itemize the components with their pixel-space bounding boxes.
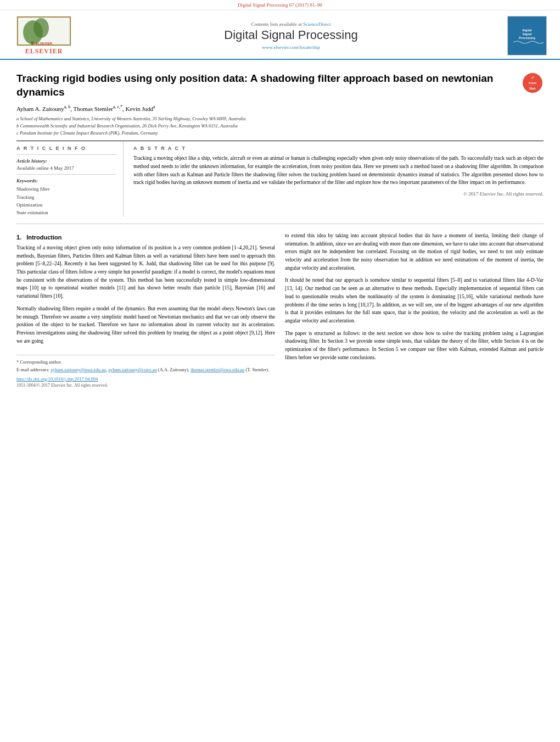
affil-row-b: b Commonwealth Scientific and Industrial… (16, 122, 516, 130)
doi-line: http://dx.doi.org/10.1016/j.dsp.2017.04.… (16, 376, 275, 382)
elsevier-logo-section: ELSEVIER ELSEVIER (11, 16, 77, 55)
journal-logo-right: Digital Signal Processing (505, 16, 549, 55)
email-link[interactable]: ayham.zaitouny@uwa.edu.au (51, 367, 106, 372)
affil-row-c: c Potsdam Institute for Climate Impact R… (16, 130, 516, 137)
crossmark-circle: ✓CrossMark (523, 73, 542, 93)
affiliations: a School of Mathematics and Statistics, … (16, 115, 516, 136)
keyword-3: Optimization (16, 201, 116, 209)
email-link-3[interactable]: thomas.stemler@uwa.edu.au (191, 367, 244, 372)
top-banner: Digital Signal Processing 67 (2017) 81–9… (0, 0, 560, 10)
sciencedirect-link[interactable]: ScienceDirect (303, 21, 331, 27)
body-col-left: 1. Introduction Tracking of a moving obj… (16, 232, 275, 388)
journal-citation: Digital Signal Processing 67 (2017) 81–9… (238, 2, 322, 8)
body-content: 1. Introduction Tracking of a moving obj… (16, 224, 544, 388)
section1-title-text: Introduction (26, 234, 61, 241)
issn-line: 1051-2004/© 2017 Elsevier Inc. All right… (16, 383, 275, 388)
info-divider-1 (16, 154, 116, 155)
keywords-label: Keywords: (16, 178, 116, 183)
journal-header: ELSEVIER ELSEVIER Contents lists availab… (0, 10, 560, 60)
elsevier-logo-image: ELSEVIER (16, 16, 71, 46)
article-title-section: Tracking rigid bodies using only positio… (16, 65, 544, 141)
abstract-col: A B S T R A C T Tracking a moving object… (133, 141, 544, 217)
svg-text:Digital: Digital (523, 29, 532, 32)
corresponding-author-note: * Corresponding author. (16, 359, 275, 366)
section1-right-para1: to extend this idea by taking into accou… (285, 232, 544, 272)
body-col-right: to extend this idea by taking into accou… (285, 232, 544, 388)
article-title: Tracking rigid bodies using only positio… (16, 72, 516, 99)
svg-text:Processing: Processing (519, 36, 535, 40)
affil-c: c Potsdam Institute for Climate Impact R… (16, 130, 158, 137)
keyword-2: Tracking (16, 193, 116, 201)
svg-text:ELSEVIER: ELSEVIER (36, 42, 52, 45)
crossmark-text: CrossMark (529, 81, 536, 90)
svg-text:Signal: Signal (523, 32, 532, 36)
keyword-1: Shadowing filter (16, 185, 116, 193)
affil-a: a School of Mathematics and Statistics, … (16, 115, 245, 122)
keyword-4: State estimation (16, 209, 116, 216)
crossmark-label: ✓CrossMark (529, 75, 536, 91)
section1-right-para2: It should be noted that our approach is … (285, 276, 544, 325)
elsevier-label-text: ELSEVIER (25, 47, 63, 55)
article-info-heading: A R T I C L E I N F O (16, 146, 116, 151)
elsevier-logo: ELSEVIER ELSEVIER (11, 16, 77, 55)
sciencedirect-line: Contents lists available at ScienceDirec… (77, 21, 505, 27)
journal-main-title: Digital Signal Processing (77, 28, 505, 42)
journal-title-section: Contents lists available at ScienceDirec… (77, 21, 505, 50)
authors-line: Ayham A. Zaitounya, b, Thomas Stemlera, … (16, 104, 516, 112)
section1-title: 1. Introduction (16, 234, 275, 241)
article-title-text: Tracking rigid bodies using only positio… (16, 72, 516, 136)
footer-notes: * Corresponding author. E-mail addresses… (16, 355, 275, 387)
email-link-2[interactable]: ayham.zaitouny@csiro.au (108, 367, 157, 372)
info-divider-2 (16, 174, 116, 175)
email-line: E-mail addresses: ayham.zaitouny@uwa.edu… (16, 366, 275, 374)
svg-rect-3 (31, 41, 33, 44)
author-2: Thomas Stemlera, c,*, (74, 105, 126, 112)
author-1: Ayham A. Zaitounya, b, (16, 105, 74, 112)
journal-logo-box: Digital Signal Processing (507, 16, 547, 55)
author-3: Kevin Judda (126, 105, 155, 112)
copyright-line: © 2017 Elsevier Inc. All rights reserved… (133, 191, 544, 197)
email-label: E-mail addresses: (16, 367, 51, 372)
abstract-text: Tracking a moving object like a ship, ve… (133, 154, 544, 187)
affil-row-a: a School of Mathematics and Statistics, … (16, 115, 516, 122)
crossmark-badge[interactable]: ✓CrossMark (522, 72, 544, 94)
section1-right-para3: The paper is structured as follows: in t… (285, 330, 544, 362)
main-content: Tracking rigid bodies using only positio… (0, 60, 560, 393)
article-info-col: A R T I C L E I N F O Article history: A… (16, 141, 124, 217)
section1-para2: Normally shadowing filters require a mod… (16, 305, 275, 345)
article-history-label: Article history: (16, 158, 116, 164)
abstract-heading: A B S T R A C T (133, 146, 544, 151)
article-history-value: Available online 4 May 2017 (16, 165, 116, 171)
article-info-abstract: A R T I C L E I N F O Article history: A… (16, 141, 544, 224)
affil-b: b Commonwealth Scientific and Industrial… (16, 122, 238, 130)
journal-url[interactable]: www.elsevier.com/locate/dsp (77, 44, 505, 50)
section1-para1: Tracking of a moving object given only n… (16, 244, 275, 300)
svg-point-2 (33, 18, 49, 38)
doi-link[interactable]: http://dx.doi.org/10.1016/j.dsp.2017.04.… (16, 376, 98, 382)
section1-number: 1. (16, 234, 21, 241)
journal-logo-wave: Digital Signal Processing (511, 26, 544, 46)
